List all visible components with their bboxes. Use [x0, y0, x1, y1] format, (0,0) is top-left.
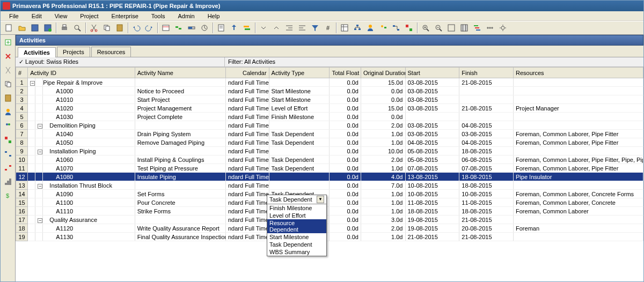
table-row[interactable]: 1−Pipe Repair & Improvendard Full Time0.…	[16, 78, 643, 87]
tb-indent-icon[interactable]	[283, 22, 295, 34]
menu-file[interactable]: File	[3, 13, 25, 19]
dropdown-option[interactable]: WBS Summary	[267, 248, 326, 256]
activity-grid[interactable]: # Activity ID Activity Name Calendar Act…	[16, 67, 643, 281]
tb-level-icon[interactable]	[173, 22, 185, 34]
tb-zoomin-icon[interactable]	[420, 22, 431, 34]
menu-enterprise[interactable]: Enterprise	[105, 13, 145, 19]
col-total-float[interactable]: Total Float	[330, 68, 361, 78]
lb-add-icon[interactable]	[3, 37, 13, 48]
lb-roles-icon[interactable]	[3, 121, 13, 131]
col-start[interactable]: Start	[405, 68, 459, 78]
lb-resources-icon[interactable]	[3, 107, 13, 117]
collapse-icon[interactable]: −	[30, 81, 35, 86]
table-row[interactable]: 8A1050Remove Damaged Pipingndard Full Ti…	[16, 138, 643, 147]
lb-delete-icon[interactable]	[3, 51, 13, 62]
table-row[interactable]: 9−Installation Pipingndard Full Time0.0d…	[16, 147, 643, 155]
lb-predecessors-icon[interactable]	[3, 149, 13, 159]
tb-outdent-icon[interactable]	[296, 22, 308, 34]
table-row[interactable]: 18A1120Write Quality Assurance Reportnda…	[16, 224, 643, 233]
tb-number-icon[interactable]: #	[322, 22, 334, 34]
table-row[interactable]: 19A1130Final Quality Assurance Inspectio…	[16, 233, 643, 241]
collapse-icon[interactable]: −	[38, 150, 42, 154]
table-row[interactable]: 11A1070Test Piping at Pressurendard Full…	[16, 164, 643, 173]
table-row[interactable]: 2A1000Notice to Proceedndard Full TimeSt…	[16, 87, 643, 95]
lb-steps-icon[interactable]	[3, 176, 13, 187]
tb-save-icon[interactable]	[29, 22, 41, 34]
dropdown-option[interactable]: Task Dependent	[267, 241, 326, 248]
col-calendar[interactable]: Calendar	[225, 68, 269, 78]
dropdown-option[interactable]: Finish Milestone	[267, 204, 326, 212]
dropdown-option[interactable]: Level of Effort	[267, 212, 326, 219]
col-activity-id[interactable]: Activity ID	[28, 68, 135, 78]
tb-schedule-icon[interactable]	[160, 22, 172, 34]
tb-timescale-icon[interactable]	[484, 22, 496, 34]
menu-help[interactable]: Help	[201, 13, 226, 19]
menu-project[interactable]: Project	[74, 13, 105, 19]
tb-undo-icon[interactable]	[130, 22, 142, 34]
tb-publish-icon[interactable]	[228, 22, 240, 34]
lb-copy-icon[interactable]	[3, 79, 13, 90]
dropdown-selected[interactable]: Task Dependent ▼	[267, 195, 326, 204]
tb-reports-icon[interactable]	[215, 22, 227, 34]
menu-edit[interactable]: Edit	[25, 13, 48, 19]
lb-paste-icon[interactable]	[3, 93, 13, 103]
lb-successors-icon[interactable]	[3, 162, 13, 173]
table-row[interactable]: 7A1040Drain Piping Systemndard Full Time…	[16, 130, 643, 138]
filter-label[interactable]: Filter: All Activities	[225, 57, 643, 66]
table-row[interactable]: 3A1010Start Projectndard Full TimeStart …	[16, 95, 643, 104]
table-row[interactable]: 12A1080Insulate Pipingndard Full Time0.0…	[16, 173, 643, 181]
tb-recalc-icon[interactable]	[199, 22, 210, 34]
table-row[interactable]: 13−Installation Thrust Blockndard Full T…	[16, 181, 643, 190]
tb-save-as-icon[interactable]	[42, 22, 54, 34]
tb-expand-icon[interactable]	[258, 22, 269, 34]
tb-bars-icon[interactable]	[471, 22, 483, 34]
lb-cut-icon[interactable]	[3, 65, 13, 76]
table-row[interactable]: 17−Quality Assurancendard Full Time0.0d3…	[16, 216, 643, 224]
tb-fit-icon[interactable]	[445, 22, 457, 34]
layout-label[interactable]: ✓ Layout: Swiss Rides	[16, 57, 225, 66]
col-activity-name[interactable]: Activity Name	[135, 68, 225, 78]
tb-activities-icon[interactable]	[339, 22, 350, 34]
activity-type-dropdown[interactable]: Task Dependent ▼ Finish MilestoneLevel o…	[267, 195, 327, 256]
table-row[interactable]: 4A1020Project Managementndard Full TimeL…	[16, 104, 643, 113]
tb-cut-icon[interactable]	[88, 22, 100, 34]
tb-resources-icon[interactable]	[364, 22, 376, 34]
lb-expenses-icon[interactable]: $	[3, 190, 13, 201]
col-rownum[interactable]: #	[16, 68, 28, 78]
tb-baseline-icon[interactable]	[241, 22, 253, 34]
tb-new-icon[interactable]	[3, 22, 15, 34]
table-row[interactable]: 5A1030Project Completendard Full TimeFin…	[16, 113, 643, 121]
table-row[interactable]: 10A1060Install Piping & Couplingsndard F…	[16, 155, 643, 164]
menu-view[interactable]: View	[48, 13, 74, 19]
menu-tools[interactable]: Tools	[145, 13, 172, 19]
collapse-icon[interactable]: −	[38, 218, 42, 223]
tb-wbs-icon[interactable]	[352, 22, 363, 34]
col-original-duration[interactable]: Original Duration	[361, 68, 405, 78]
col-activity-type[interactable]: Activity Type	[269, 68, 330, 78]
tb-filter-icon[interactable]	[309, 22, 321, 34]
tb-columns-icon[interactable]	[458, 22, 470, 34]
tb-paste-icon[interactable]	[114, 22, 126, 34]
tab-activities[interactable]: Activities	[18, 47, 56, 57]
collapse-icon[interactable]: −	[38, 184, 42, 189]
tb-progress-icon[interactable]	[186, 22, 197, 34]
dropdown-option[interactable]: Start Milestone	[267, 233, 326, 241]
tb-zoomout-icon[interactable]	[433, 22, 444, 34]
tb-collapse-icon[interactable]	[270, 22, 282, 34]
col-finish[interactable]: Finish	[459, 68, 514, 78]
tb-preview-icon[interactable]	[71, 22, 83, 34]
collapse-icon[interactable]: −	[38, 124, 42, 129]
table-row[interactable]: 14A1090Set Formsndard Full TimeTask Depe…	[16, 190, 643, 198]
table-row[interactable]: 15A1100Pour Concretendard Full TimeTask …	[16, 198, 643, 207]
table-row[interactable]: 16A1110Strike Formsndard Full TimeTask D…	[16, 207, 643, 216]
tb-relationships-icon[interactable]	[390, 22, 402, 34]
tab-projects[interactable]: Projects	[57, 47, 90, 57]
tb-redo-icon[interactable]	[143, 22, 155, 34]
tb-copy-icon[interactable]	[101, 22, 113, 34]
table-row[interactable]: 6−Demolition Pipingndard Full Time0.0d2.…	[16, 121, 643, 130]
tab-resources[interactable]: Resources	[91, 47, 131, 57]
tb-codes-icon[interactable]	[403, 22, 415, 34]
tb-assign-icon[interactable]	[377, 22, 389, 34]
menu-admin[interactable]: Admin	[171, 13, 201, 19]
tb-print-icon[interactable]	[58, 22, 70, 34]
